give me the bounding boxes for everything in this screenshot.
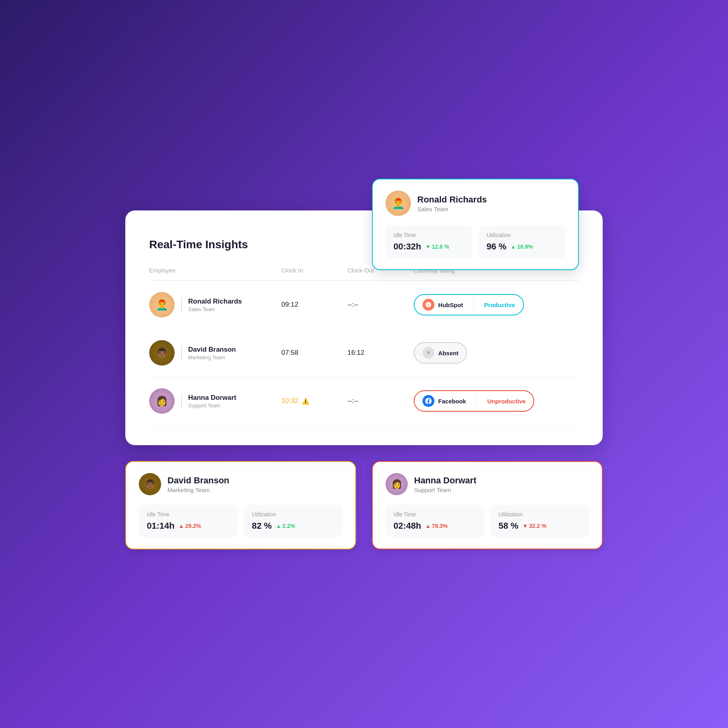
idle-time-label: Idle Time: [393, 232, 464, 238]
table-row: 👨🏾 David Branson Marketing Team 07:58 16…: [149, 329, 579, 377]
idle-time-box: Idle Time 01:14h ▲ 29.2%: [139, 505, 237, 537]
utilization-label: Utilization: [252, 511, 335, 518]
clock-out: --:--: [347, 301, 413, 309]
utilization-box: Utilization 82 % ▲ 2.2%: [244, 505, 343, 537]
ronald-team: Sales Team: [417, 206, 487, 212]
utilization-change: ▲ 2.2%: [276, 523, 295, 529]
employee-info: Hanna Dorwart Support Team: [181, 394, 236, 409]
ronald-card-header: 👨‍🦰 Ronald Richards Sales Team: [385, 191, 565, 216]
warning-icon: ⚠️: [302, 397, 309, 405]
avatar: 👩: [385, 473, 408, 495]
status-cell: Facebook Unproductive: [414, 390, 579, 412]
employee-cell: 👨‍🦰 Ronald Richards Sales Team: [149, 292, 281, 317]
utilization-change: ▼ 32.2 %: [522, 523, 546, 529]
utilization-value: 96 %: [487, 241, 506, 252]
david-card: 👨🏾 David Branson Marketing Team Idle Tim…: [125, 461, 356, 549]
employee-team: Support Team: [188, 403, 236, 409]
employee-cell: 👩 Hanna Dorwart Support Team: [149, 388, 281, 414]
employee-name: Ronald Richards: [188, 298, 242, 306]
avatar: 👨🏾: [139, 473, 161, 495]
idle-time-value-row: 02:48h ▲ 78.3%: [393, 521, 476, 531]
utilization-value-row: 82 % ▲ 2.2%: [252, 521, 335, 531]
david-team: Marketing Team: [167, 487, 229, 493]
clock-out: --:--: [347, 397, 413, 405]
absent-icon: ✕: [422, 347, 434, 359]
avatar: 👩: [149, 388, 175, 414]
idle-time-change: ▲ 29.2%: [179, 523, 201, 529]
hanna-info: Hanna Dorwart Support Team: [414, 475, 476, 493]
utilization-change: ▲ 18.9%: [510, 243, 533, 250]
utilization-label: Utilization: [487, 232, 557, 238]
idle-time-label: Idle Time: [393, 511, 476, 518]
down-arrow-icon: ▼: [522, 523, 528, 529]
ronald-name: Ronald Richards: [417, 195, 487, 205]
status-cell: HubSpot Productive: [414, 294, 579, 315]
david-name: David Branson: [167, 475, 229, 486]
idle-time-label: Idle Time: [147, 511, 230, 518]
up-arrow-icon: ▲: [425, 523, 431, 529]
utilization-value-row: 96 % ▲ 18.9%: [487, 241, 557, 252]
facebook-icon: [422, 395, 434, 407]
avatar: 👨🏾: [149, 340, 175, 366]
utilization-value: 82 %: [252, 521, 272, 531]
employee-name: Hanna Dorwart: [188, 394, 236, 402]
status-cell: ✕ Absent: [414, 342, 579, 364]
employee-team: Marketing Team: [188, 354, 236, 360]
app-name: HubSpot: [438, 302, 463, 308]
employee-name: David Branson: [188, 346, 236, 354]
ronald-info: Ronald Richards Sales Team: [417, 195, 487, 212]
idle-time-value: 01:14h: [147, 521, 175, 531]
hanna-name: Hanna Dorwart: [414, 475, 476, 486]
status-pill-productive: HubSpot Productive: [414, 294, 524, 315]
idle-time-value-row: 00:32h ▼ 12.6 %: [393, 241, 464, 252]
hanna-metrics: Idle Time 02:48h ▲ 78.3% Utilization 58 …: [385, 505, 589, 537]
utilization-value-row: 58 % ▼ 32.2 %: [498, 521, 581, 531]
employee-team: Sales Team: [188, 306, 242, 312]
david-metrics: Idle Time 01:14h ▲ 29.2% Utilization 82 …: [139, 505, 343, 537]
hanna-card-header: 👩 Hanna Dorwart Support Team: [385, 473, 589, 495]
ronald-card: 👨‍🦰 Ronald Richards Sales Team Idle Time…: [372, 179, 579, 270]
employee-cell: 👨🏾 David Branson Marketing Team: [149, 340, 281, 366]
col-clock-in: Clock In: [281, 267, 347, 274]
idle-time-value-row: 01:14h ▲ 29.2%: [147, 521, 230, 531]
idle-time-change: ▲ 78.3%: [425, 523, 448, 529]
clock-in: 09:12: [281, 301, 347, 309]
hanna-team: Support Team: [414, 487, 476, 493]
app-name: Facebook: [438, 398, 466, 405]
status-pill-unproductive: Facebook Unproductive: [414, 390, 535, 412]
bottom-cards: 👨🏾 David Branson Marketing Team Idle Tim…: [125, 461, 603, 549]
idle-time-change: ▼ 12.6 %: [425, 243, 449, 250]
avatar: 👨‍🦰: [385, 191, 411, 216]
up-arrow-icon: ▲: [179, 523, 184, 529]
table-row: 👩 Hanna Dorwart Support Team 10:32 ⚠️ --…: [149, 377, 579, 425]
clock-in-warning: 10:32 ⚠️: [281, 397, 347, 405]
up-arrow-icon: ▲: [510, 243, 516, 250]
employee-info: Ronald Richards Sales Team: [181, 298, 242, 312]
idle-time-box: Idle Time 00:32h ▼ 12.6 %: [385, 226, 472, 258]
clock-out: 16:12: [347, 349, 413, 357]
status-label: Productive: [484, 302, 515, 308]
down-arrow-icon: ▼: [425, 243, 431, 250]
clock-in: 07:58: [281, 349, 347, 357]
avatar: 👨‍🦰: [149, 292, 175, 317]
ronald-metrics: Idle Time 00:32h ▼ 12.6 % Utilization 96…: [385, 226, 565, 258]
utilization-box: Utilization 96 % ▲ 18.9%: [479, 226, 565, 258]
utilization-box: Utilization 58 % ▼ 32.2 %: [491, 505, 589, 537]
employee-info: David Branson Marketing Team: [181, 346, 236, 360]
app-name: Absent: [438, 350, 459, 356]
up-arrow-icon: ▲: [276, 523, 281, 529]
status-pill-absent: ✕ Absent: [414, 342, 467, 364]
idle-time-box: Idle Time 02:48h ▲ 78.3%: [385, 505, 484, 537]
status-label: Unproductive: [487, 398, 526, 405]
david-info: David Branson Marketing Team: [167, 475, 229, 493]
col-employee: Employee: [149, 267, 281, 274]
david-card-header: 👨🏾 David Branson Marketing Team: [139, 473, 343, 495]
utilization-value: 58 %: [498, 521, 518, 531]
idle-time-value: 02:48h: [393, 521, 421, 531]
hubspot-icon: [422, 299, 434, 311]
hanna-card: 👩 Hanna Dorwart Support Team Idle Time 0…: [372, 461, 603, 549]
idle-time-value: 00:32h: [393, 241, 421, 252]
table-row: 👨‍🦰 Ronald Richards Sales Team 09:12 --:…: [149, 281, 579, 329]
utilization-label: Utilization: [498, 511, 581, 518]
outer-wrapper: 👨‍🦰 Ronald Richards Sales Team Idle Time…: [125, 179, 603, 549]
